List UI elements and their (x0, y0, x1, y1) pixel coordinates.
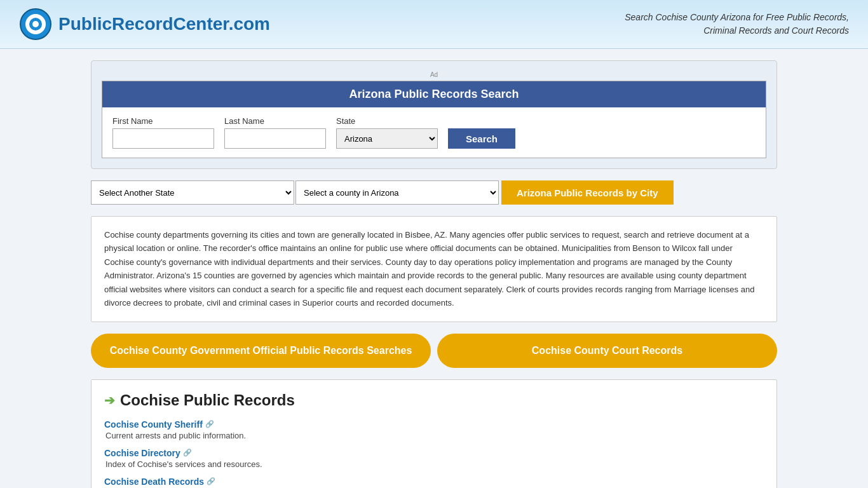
court-records-button[interactable]: Cochise County Court Records (437, 334, 777, 368)
government-searches-button[interactable]: Cochise County Government Official Publi… (91, 334, 431, 368)
site-logo-icon (19, 8, 52, 41)
county-select[interactable]: Select a county in Arizona Apache County… (295, 180, 499, 205)
ad-label: Ad (102, 71, 766, 78)
last-name-input[interactable] (224, 128, 326, 149)
record-item: Cochise Death Records 🔗 Official death c… (104, 477, 764, 488)
cochise-directory-desc: Index of Cochise's services and resource… (104, 459, 764, 469)
big-buttons-row: Cochise County Government Official Publi… (91, 334, 777, 368)
cochise-directory-label: Cochise Directory (104, 448, 180, 458)
first-name-input[interactable] (112, 128, 214, 149)
cochise-sheriff-link[interactable]: Cochise County Sheriff 🔗 (104, 419, 764, 430)
public-records-section: ➔ Cochise Public Records Cochise County … (91, 379, 777, 488)
dropdowns-row: Select Another State Alabama Alaska Cali… (91, 180, 777, 205)
main-content: Ad Arizona Public Records Search First N… (85, 60, 783, 488)
header-tagline: Search Cochise County Arizona for Free P… (607, 11, 849, 37)
cochise-death-records-label: Cochise Death Records (104, 477, 204, 487)
last-name-group: Last Name (224, 116, 326, 149)
cochise-directory-link[interactable]: Cochise Directory 🔗 (104, 448, 764, 458)
search-form-box: Arizona Public Records Search First Name… (102, 81, 766, 158)
section-title: ➔ Cochise Public Records (104, 391, 764, 409)
record-item: Cochise Directory 🔗 Index of Cochise's s… (104, 448, 764, 469)
site-logo-text: PublicRecordCenter.com (58, 14, 270, 34)
cochise-sheriff-desc: Current arrests and public information. (104, 431, 764, 440)
description-text: Cochise county departments governing its… (104, 228, 764, 310)
cochise-death-records-link[interactable]: Cochise Death Records 🔗 (104, 477, 764, 487)
last-name-label: Last Name (224, 116, 326, 126)
section-title-text: Cochise Public Records (120, 391, 295, 409)
record-item: Cochise County Sheriff 🔗 Current arrests… (104, 419, 764, 440)
ext-icon: 🔗 (207, 477, 215, 485)
ext-icon: 🔗 (183, 449, 192, 457)
search-button[interactable]: Search (448, 128, 515, 149)
ext-icon: 🔗 (205, 420, 214, 428)
site-header: PublicRecordCenter.com Search Cochise Co… (0, 0, 868, 49)
state-another-select[interactable]: Select Another State Alabama Alaska Cali… (91, 180, 294, 205)
state-label: State (336, 116, 438, 126)
first-name-label: First Name (112, 116, 214, 126)
arrow-icon: ➔ (104, 393, 115, 408)
search-form-fields: First Name Last Name State Arizona Alaba… (102, 107, 766, 158)
state-select[interactable]: Arizona Alabama Alaska California Colora… (336, 128, 438, 149)
state-group: State Arizona Alabama Alaska California … (336, 116, 438, 149)
city-records-button[interactable]: Arizona Public Records by City (501, 180, 674, 205)
cochise-sheriff-label: Cochise County Sheriff (104, 419, 203, 430)
ad-container: Ad Arizona Public Records Search First N… (91, 60, 777, 169)
search-form-title: Arizona Public Records Search (102, 81, 766, 107)
first-name-group: First Name (112, 116, 214, 149)
svg-point-3 (32, 21, 39, 27)
description-box: Cochise county departments governing its… (91, 216, 777, 322)
logo-area: PublicRecordCenter.com (19, 8, 270, 41)
